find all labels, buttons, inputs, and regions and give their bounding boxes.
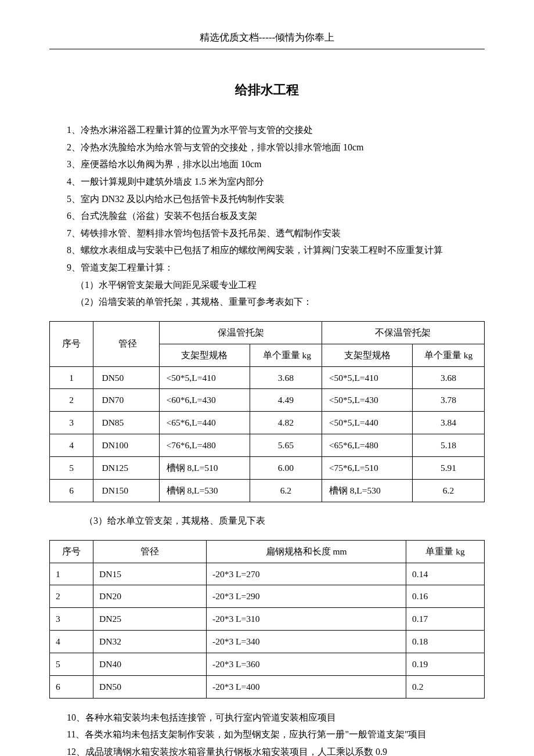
cell: 3 [50,412,93,434]
table-row: 6 DN150 槽钢 8,L=530 6.2 槽钢 8,L=530 6.2 [50,479,485,502]
cell: 槽钢 8,L=510 [159,457,250,480]
cell: -20*3 L=360 [207,653,406,676]
table-row: 5 DN40 -20*3 L=360 0.19 [50,653,485,676]
cell: 3 [50,608,93,631]
sub-list-item: （1）水平钢管支架最大间距见采暖专业工程 [75,276,485,294]
cell: -20*3 L=270 [207,563,406,585]
cell: 4 [50,631,93,653]
cell: 5 [50,653,93,676]
cell: 2 [50,585,93,608]
cell: DN25 [93,608,207,631]
cell: 1 [50,366,93,389]
cell: DN100 [93,434,159,457]
table-row: 4 DN32 -20*3 L=340 0.18 [50,631,485,653]
table-2: 序号 管径 扁钢规格和长度 mm 单重量 kg 1 DN15 -20*3 L=2… [49,540,485,699]
cell: 5.18 [413,434,485,457]
table-row: 1 DN50 <50*5,L=410 3.68 <50*5,L=410 3.68 [50,366,485,389]
cell: 4.49 [250,389,322,412]
table-row: 2 DN70 <60*6,L=430 4.49 <50*5,L=430 3.78 [50,389,485,412]
cell: <76*6,L=480 [159,434,250,457]
cell: 4 [50,434,93,457]
cell: -20*3 L=400 [207,675,406,698]
table-row: 4 DN100 <76*6,L=480 5.65 <65*6,L=480 5.1… [50,434,485,457]
list-item: 10、各种水箱安装均未包括连接管，可执行室内管道安装相应项目 [67,709,485,726]
th-noninsulated: 不保温管托架 [322,321,484,344]
table-row: 6 DN50 -20*3 L=400 0.2 [50,675,485,698]
list-item: 5、室内 DN32 及以内给水已包括管卡及托钩制作安装 [67,190,485,208]
table-row: 3 DN85 <65*6,L=440 4.82 <50*5,L=440 3.84 [50,412,485,434]
cell: 槽钢 8,L=530 [159,479,250,502]
cell: DN50 [93,366,159,389]
list-item: 6、台式洗脸盆（浴盆）安装不包括台板及支架 [67,207,485,225]
cell: 4.82 [250,412,322,434]
cell: 3.84 [413,412,485,434]
cell: <65*6,L=480 [322,434,412,457]
table-row: 1 DN15 -20*3 L=270 0.14 [50,563,485,585]
cell: 6 [50,479,93,502]
cell: 0.16 [406,585,485,608]
cell: <65*6,L=440 [159,412,250,434]
cell: DN15 [93,563,207,585]
cell: 6.00 [250,457,322,480]
cell: 5.65 [250,434,322,457]
cell: DN125 [93,457,159,480]
numbered-list-2: 10、各种水箱安装均未包括连接管，可执行室内管道安装相应项目 11、各类水箱均未… [67,709,485,756]
cell: -20*3 L=310 [207,608,406,631]
th-weight: 单重量 kg [406,540,485,563]
th-spec: 扁钢规格和长度 mm [207,540,406,563]
cell: DN40 [93,653,207,676]
cell: 0.14 [406,563,485,585]
th-dia: 管径 [93,321,159,366]
main-title: 给排水工程 [49,78,485,102]
list-item: 3、座便器给水以角阀为界，排水以出地面 10cm [67,156,485,173]
cell: DN150 [93,479,159,502]
cell: <75*6,L=510 [322,457,412,480]
th-weight: 单个重量 kg [250,344,322,366]
cell: DN70 [93,389,159,412]
th-seq: 序号 [50,540,93,563]
cell: 0.2 [406,675,485,698]
th-insulated: 保温管托架 [159,321,322,344]
cell: 0.17 [406,608,485,631]
cell: 6.2 [250,479,322,502]
cell: <50*5,L=430 [322,389,412,412]
cell: 3.78 [413,389,485,412]
table-1: 序号 管径 保温管托架 不保温管托架 支架型规格 单个重量 kg 支架型规格 单… [49,321,485,502]
th-spec: 支架型规格 [322,344,412,366]
numbered-list-1: 1、冷热水淋浴器工程量计算的位置为水平管与支管的交接处 2、冷热水洗脸给水为给水… [67,121,485,311]
page-header: 精选优质文档-----倾情为你奉上 [49,29,485,49]
cell: DN32 [93,631,207,653]
th-dia: 管径 [93,540,207,563]
th-weight: 单个重量 kg [413,344,485,366]
cell: DN20 [93,585,207,608]
cell: 2 [50,389,93,412]
cell: <60*6,L=430 [159,389,250,412]
list-item: 1、冷热水淋浴器工程量计算的位置为水平管与支管的交接处 [67,121,485,139]
list-item: 9、管道支架工程量计算： [67,259,485,276]
cell: <50*5,L=410 [322,366,412,389]
cell: 1 [50,563,93,585]
cell: 0.18 [406,631,485,653]
list-item: 2、冷热水洗脸给水为给水管与支管的交接处，排水管以排水管地面 10cm [67,139,485,156]
list-item: 11、各类水箱均未包括支架制作安装，如为型钢支架，应执行第一册"一般管道支架"项… [67,726,485,743]
list-item: 7、铸铁排水管、塑料排水管均包括管卡及托吊架、透气帽制作安装 [67,225,485,242]
table-row: 3 DN25 -20*3 L=310 0.17 [50,608,485,631]
list-item: 4、一般计算规则中建筑外墙皮 1.5 米为室内部分 [67,173,485,190]
cell: 槽钢 8,L=530 [322,479,412,502]
sub-list-item: （2）沿墙安装的单管托架，其规格、重量可参考表如下： [75,293,485,311]
cell: DN50 [93,675,207,698]
cell: -20*3 L=340 [207,631,406,653]
cell: 5.91 [413,457,485,480]
table-row: 2 DN20 -20*3 L=290 0.16 [50,585,485,608]
table-row: 5 DN125 槽钢 8,L=510 6.00 <75*6,L=510 5.91 [50,457,485,480]
th-seq: 序号 [50,321,93,366]
cell: <50*5,L=440 [322,412,412,434]
cell: <50*5,L=410 [159,366,250,389]
cell: 0.19 [406,653,485,676]
inter-text: （3）给水单立管支架，其规格、质量见下表 [84,513,485,530]
cell: DN85 [93,412,159,434]
cell: -20*3 L=290 [207,585,406,608]
cell: 3.68 [413,366,485,389]
list-item: 12、成品玻璃钢水箱安装按水箱容量执行钢板水箱安装项目，人工乘以系数 0.9 [67,743,485,756]
list-item: 8、螺纹水表组成与安装中已包括了相应的螺纹闸阀安装，计算阀门安装工程时不应重复计… [67,242,485,259]
